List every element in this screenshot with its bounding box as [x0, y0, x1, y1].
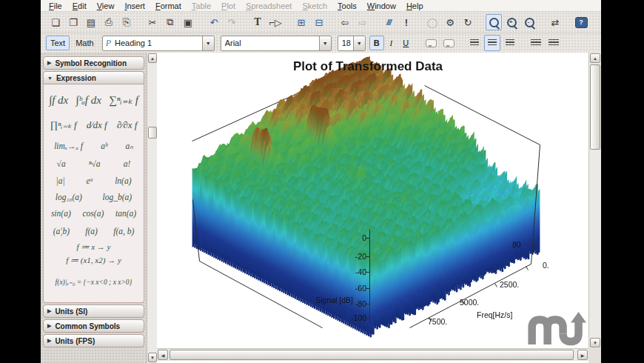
math-mode-button[interactable]: Math — [71, 36, 98, 50]
paste-icon[interactable]: ▣ — [180, 14, 196, 30]
remove-case-icon[interactable]: ⊟ — [311, 14, 327, 30]
bullet-list-icon[interactable] — [528, 35, 544, 51]
expression-template[interactable]: f ≔ x → y — [77, 243, 111, 252]
italic-button[interactable]: I — [386, 36, 398, 50]
run-clock-icon[interactable]: ↻ — [460, 14, 476, 30]
zoom-selection-icon[interactable] — [486, 14, 502, 30]
menu-view[interactable]: View — [92, 1, 120, 10]
surface-plot[interactable] — [157, 53, 588, 348]
undo-icon[interactable]: ↶ — [206, 14, 222, 30]
expression-template[interactable]: ln(a) — [115, 176, 131, 185]
expression-template[interactable]: tan(a) — [115, 209, 136, 218]
expression-template[interactable]: log_b(a) — [103, 193, 133, 202]
horizontal-scrollbar[interactable]: ◀ ▶ — [157, 348, 588, 361]
transfer-icon[interactable]: ⇄ — [547, 14, 563, 30]
menu-tools[interactable]: Tools — [332, 1, 362, 10]
expression-template[interactable]: ∫f dx — [49, 95, 68, 107]
expression-template[interactable]: ∂∕∂x f — [117, 120, 138, 130]
copy-icon[interactable]: ⧉ — [162, 14, 178, 30]
paragraph-style-icon: P — [103, 38, 111, 49]
chevron-down-icon[interactable]: ▼ — [353, 36, 365, 50]
menu-format[interactable]: Format — [150, 1, 187, 10]
document-canvas[interactable]: Plot of Transformed Data 0-20-40-60-80-1… — [157, 53, 588, 363]
expression-template[interactable]: ∏ⁿᵢ₌ₖ f — [50, 120, 77, 130]
menu-file[interactable]: File — [44, 1, 67, 10]
expression-block-icon[interactable]: ⌐▷ — [267, 14, 284, 30]
settings-gear-icon[interactable]: ⚙ — [442, 14, 458, 30]
scroll-left-icon[interactable]: ◀ — [158, 350, 168, 360]
align-center-icon[interactable] — [484, 35, 500, 51]
font-family-select[interactable]: Arial ▼ — [221, 36, 332, 51]
panel-header-common-symbols[interactable]: ▶Common Symbols — [43, 319, 144, 333]
expression-template[interactable]: f ≔ (x1, x2) → y — [66, 256, 121, 265]
expression-template[interactable]: a! — [124, 159, 131, 168]
text-block-icon[interactable]: T — [249, 14, 266, 30]
axis-tick-label: Signal [dB] — [315, 296, 353, 304]
open-document-icon[interactable]: ❐ — [65, 14, 81, 30]
numbered-list-icon[interactable] — [546, 35, 562, 51]
text-mode-button[interactable]: Text — [46, 36, 70, 50]
interrupt-icon[interactable]: ! — [398, 14, 415, 30]
expression-template[interactable]: (a¦b) — [53, 227, 70, 236]
font-size-select[interactable]: 18 ▼ — [338, 36, 366, 51]
redo-icon[interactable]: ↷ — [224, 14, 240, 30]
menu-insert[interactable]: Insert — [119, 1, 150, 10]
menu-help[interactable]: Help — [401, 1, 429, 10]
scroll-up-icon[interactable]: ▲ — [148, 53, 157, 63]
vertical-scrollbar-thumb[interactable] — [590, 64, 600, 150]
expression-template[interactable]: d∕dx f — [87, 120, 107, 130]
bold-button[interactable]: B — [369, 36, 384, 50]
expression-template[interactable]: limₓ→ₐ f — [54, 141, 83, 150]
expression-template[interactable]: aₙ — [126, 141, 133, 150]
panel-header-units-si-[interactable]: ▶Units (SI) — [43, 304, 144, 318]
comment-lines-icon[interactable]: /// — [380, 14, 397, 30]
panel-header-expression[interactable]: ▼Expression — [43, 71, 144, 84]
scroll-up-icon[interactable]: ▲ — [590, 53, 600, 63]
expression-template[interactable]: f(x)|ₓ₌₀ = {−x x<0 ; x x>0} — [56, 279, 133, 287]
align-left-icon[interactable] — [466, 35, 483, 51]
chevron-down-icon[interactable]: ▼ — [202, 36, 214, 50]
navigate-forward-icon[interactable]: ⇨ — [355, 14, 371, 30]
new-document-icon[interactable]: ❏ — [47, 14, 64, 30]
print-icon[interactable]: ⎙ — [101, 14, 117, 30]
sidebar-scrollbar-thumb[interactable] — [148, 127, 157, 139]
cut-icon[interactable]: ✂ — [144, 14, 161, 30]
expression-template[interactable]: cos(a) — [82, 209, 104, 218]
comment-bubble-icon[interactable] — [423, 35, 439, 51]
print-preview-icon[interactable]: ⎘ — [118, 14, 135, 30]
expression-template[interactable]: eᵃ — [87, 176, 94, 185]
horizontal-scrollbar-thumb[interactable] — [170, 350, 574, 360]
vertical-scrollbar[interactable]: ▲ ▼ — [588, 53, 601, 348]
underline-button[interactable]: U — [398, 36, 413, 50]
annotation-bubble-icon[interactable] — [440, 35, 457, 51]
expression-template[interactable]: ⁿ√a — [89, 159, 101, 168]
paragraph-style-select[interactable]: P Heading 1 ▼ — [102, 36, 215, 51]
scroll-right-icon[interactable]: ▶ — [577, 350, 588, 360]
expression-template[interactable]: log₁₀(a) — [56, 193, 82, 202]
zoom-in-icon[interactable]: + — [503, 14, 520, 30]
expression-template[interactable]: ∫ᵇₐf dx — [76, 95, 101, 107]
panel-header-symbol-recognition[interactable]: ▶Symbol Recognition — [43, 56, 144, 70]
save-document-icon[interactable]: ▤ — [83, 14, 99, 30]
panel-header-units-fps-[interactable]: ▶Units (FPS) — [43, 334, 144, 347]
expression-template[interactable]: ∑ⁿᵢ₌ₖ f — [109, 95, 138, 107]
align-right-icon[interactable] — [502, 35, 518, 51]
expression-template[interactable]: aᵇ — [101, 141, 107, 150]
help-book-icon[interactable]: ? — [573, 14, 589, 30]
menu-window[interactable]: Window — [362, 1, 401, 10]
expression-template[interactable]: sin(a) — [51, 209, 71, 218]
scroll-down-icon[interactable]: ▼ — [590, 338, 600, 347]
stop-icon[interactable]: ◯ — [424, 14, 440, 30]
expression-template[interactable]: f(a, b) — [113, 227, 134, 236]
expression-template[interactable]: f(a) — [85, 227, 98, 236]
scroll-down-icon[interactable]: ▼ — [148, 353, 157, 362]
expression-template[interactable]: √a — [57, 159, 66, 168]
sidebar-scrollbar[interactable]: ▲ ▼ — [147, 53, 157, 363]
navigate-back-icon[interactable]: ⇦ — [337, 14, 353, 30]
insert-case-icon[interactable]: ⊞ — [293, 14, 309, 30]
zoom-out-icon[interactable]: - — [521, 14, 537, 30]
menu-edit[interactable]: Edit — [67, 1, 92, 10]
chevron-down-icon[interactable]: ▼ — [319, 36, 331, 50]
expression-template[interactable]: |a| — [56, 176, 64, 185]
plot-title[interactable]: Plot of Transformed Data — [246, 59, 490, 74]
